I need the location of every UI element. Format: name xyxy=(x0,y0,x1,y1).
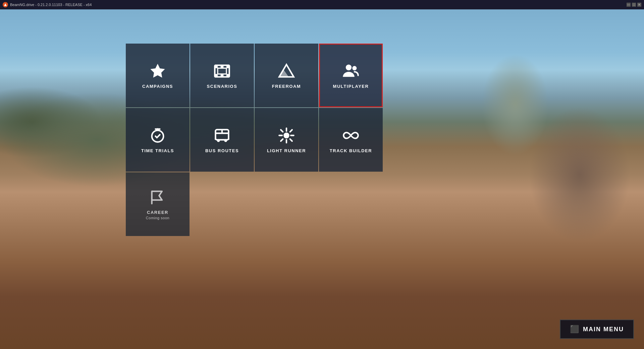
menu-item-scenarios[interactable]: SCENARIOS xyxy=(190,44,254,107)
career-coming-soon: Coming soon xyxy=(146,216,169,220)
minimize-button[interactable]: — xyxy=(627,3,631,7)
svg-point-12 xyxy=(346,64,352,70)
menu-item-career: Career Coming soon xyxy=(126,172,190,236)
menu-grid: CAMPAIGNS SCENARIOS FREEROAM M xyxy=(126,44,383,236)
infinity-icon xyxy=(342,127,360,144)
track-builder-label: TRACK BUILDER xyxy=(330,148,372,153)
multiplayer-label: MULTIPLAYER xyxy=(333,84,369,89)
svg-line-28 xyxy=(290,139,292,141)
star-icon xyxy=(149,62,166,80)
bus-icon xyxy=(213,127,231,144)
title-bar-left: BeamNG.drive - 0.21.2.0.11103 - RELEASE … xyxy=(3,2,92,7)
close-button[interactable]: ✕ xyxy=(637,3,641,7)
users-icon xyxy=(342,62,360,80)
menu-item-track-builder[interactable]: TRACK BUILDER xyxy=(319,108,383,172)
clock-check-icon xyxy=(149,127,166,144)
film-icon xyxy=(213,62,231,80)
app-icon xyxy=(3,2,8,7)
svg-point-21 xyxy=(224,139,227,142)
freeroam-label: FREEROAM xyxy=(272,84,301,89)
scenarios-label: SCENARIOS xyxy=(207,84,237,89)
career-label: Career xyxy=(147,210,168,215)
menu-item-time-trials[interactable]: TIME TRIALS xyxy=(126,108,190,172)
svg-point-20 xyxy=(217,139,220,142)
menu-item-bus-routes[interactable]: BUS ROUTES xyxy=(190,108,254,172)
menu-item-freeroam[interactable]: FREEROAM xyxy=(255,44,318,107)
campaigns-label: CAMPAIGNS xyxy=(142,84,173,89)
title-bar: BeamNG.drive - 0.21.2.0.11103 - RELEASE … xyxy=(0,0,644,9)
title-bar-controls: — □ ✕ xyxy=(627,3,641,7)
menu-item-multiplayer[interactable]: MULTIPLAYER xyxy=(319,44,383,107)
time-trials-label: TIME TRIALS xyxy=(141,148,174,153)
svg-point-13 xyxy=(352,66,357,70)
svg-marker-0 xyxy=(4,3,7,6)
svg-rect-9 xyxy=(218,68,226,74)
svg-line-31 xyxy=(281,139,283,141)
bus-routes-label: BUS ROUTES xyxy=(205,148,239,153)
svg-point-24 xyxy=(283,132,289,138)
svg-marker-1 xyxy=(150,64,165,77)
main-menu-button[interactable]: ⬛ MAIN MENU xyxy=(560,319,634,339)
light-runner-icon xyxy=(278,127,295,144)
svg-line-27 xyxy=(281,130,283,132)
svg-marker-11 xyxy=(278,69,288,77)
flag-icon xyxy=(149,188,166,206)
light-runner-label: LIGHT RUNNER xyxy=(267,148,306,153)
menu-item-light-runner[interactable]: LIGHT RUNNER xyxy=(255,108,318,172)
main-menu-label: MAIN MENU xyxy=(583,326,624,333)
menu-item-campaigns[interactable]: CAMPAIGNS xyxy=(126,44,190,107)
title-bar-text: BeamNG.drive - 0.21.2.0.11103 - RELEASE … xyxy=(10,3,92,7)
main-menu-icon: ⬛ xyxy=(570,325,580,334)
mountain-icon xyxy=(278,62,295,80)
svg-line-32 xyxy=(290,130,292,132)
maximize-button[interactable]: □ xyxy=(632,3,636,7)
